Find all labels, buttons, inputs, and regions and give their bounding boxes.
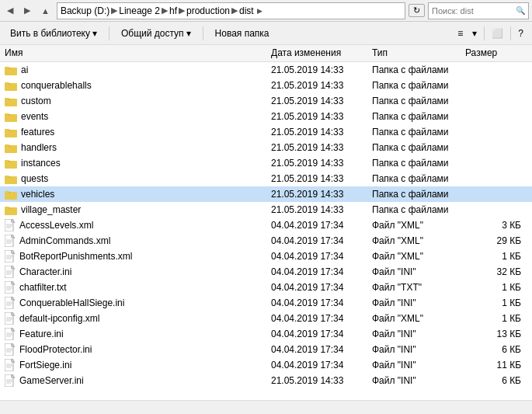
file-row[interactable]: AccessLevels.xml04.04.2019 17:34Файл "XM…: [0, 217, 532, 233]
file-size: 6 КБ: [465, 375, 527, 386]
file-date: 04.04.2019 17:34: [271, 297, 372, 308]
file-date: 21.05.2019 14:33: [271, 80, 372, 91]
folder-icon: [5, 174, 17, 184]
status-bar: [0, 400, 532, 414]
file-size: 3 КБ: [465, 220, 527, 231]
file-name-text: FloodProtector.ini: [19, 344, 92, 355]
file-row[interactable]: events21.05.2019 14:33Папка с файлами: [0, 109, 532, 124]
file-type: Папка с файлами: [372, 204, 465, 215]
file-type: Файл "XML": [372, 220, 465, 231]
file-row[interactable]: handlers21.05.2019 14:33Папка с файлами: [0, 140, 532, 155]
forward-button[interactable]: ▶: [20, 3, 34, 18]
search-box[interactable]: 🔍: [428, 2, 529, 19]
file-row[interactable]: ConquerableHallSiege.ini04.04.2019 17:34…: [0, 295, 532, 311]
file-icon: [5, 328, 16, 340]
file-size: 1 КБ: [465, 251, 527, 262]
up-button[interactable]: ▲: [37, 4, 54, 18]
file-type: Файл "INI": [372, 297, 465, 308]
file-date: 21.05.2019 14:33: [271, 158, 372, 169]
file-date: 21.05.2019 14:33: [271, 111, 372, 122]
file-name-text: conquerablehalls: [21, 80, 92, 91]
new-folder-label: Новая папка: [215, 28, 269, 39]
file-size: 6 КБ: [465, 344, 527, 355]
folder-icon: [5, 143, 17, 153]
share-button[interactable]: Общий доступ ▾: [116, 26, 196, 41]
file-date: 21.05.2019 14:33: [271, 173, 372, 184]
toolbar-separator-3: [484, 26, 485, 40]
file-row[interactable]: features21.05.2019 14:33Папка с файлами: [0, 124, 532, 140]
file-date: 21.05.2019 14:33: [271, 204, 372, 215]
file-name-text: chatfilter.txt: [19, 282, 67, 293]
view-options: ≡ ▾ ⬜ ?: [454, 26, 527, 41]
svg-rect-26: [5, 191, 9, 193]
search-icon: 🔍: [516, 6, 525, 15]
file-row[interactable]: FloodProtector.ini04.04.2019 17:34Файл "…: [0, 342, 532, 357]
file-row[interactable]: AdminCommands.xml04.04.2019 17:34Файл "X…: [0, 233, 532, 249]
file-name-text: instances: [21, 158, 61, 169]
file-row[interactable]: BotReportPunishments.xml04.04.2019 17:34…: [0, 249, 532, 264]
col-header-date[interactable]: Дата изменения: [271, 47, 372, 59]
col-header-size[interactable]: Размер: [465, 47, 527, 59]
back-button[interactable]: ◀: [3, 3, 17, 18]
svg-rect-5: [5, 82, 9, 85]
file-date: 21.05.2019 14:33: [271, 127, 372, 137]
view-details-button[interactable]: ▾: [468, 26, 481, 41]
file-size: 11 КБ: [465, 360, 527, 371]
toolbar-separator-1: [109, 26, 110, 40]
file-name-text: ai: [21, 64, 28, 75]
file-date: 21.05.2019 14:33: [271, 96, 372, 106]
folder-icon: [5, 96, 17, 106]
new-folder-button[interactable]: Новая папка: [210, 26, 275, 41]
file-date: 04.04.2019 17:34: [271, 266, 372, 277]
file-row[interactable]: custom21.05.2019 14:33Папка с файлами: [0, 93, 532, 109]
svg-rect-8: [5, 98, 9, 100]
col-header-type[interactable]: Тип: [372, 47, 465, 59]
col-header-name[interactable]: Имя: [5, 47, 271, 59]
file-row[interactable]: Feature.ini04.04.2019 17:34Файл "INI"13 …: [0, 326, 532, 342]
folder-icon: [5, 65, 17, 75]
file-name-text: handlers: [21, 142, 57, 153]
file-row[interactable]: instances21.05.2019 14:33Папка с файлами: [0, 155, 532, 171]
file-name-text: default-ipconfig.xml: [19, 313, 99, 324]
file-date: 21.05.2019 14:33: [271, 64, 372, 75]
file-icon: [5, 343, 16, 356]
view-list-button[interactable]: ≡: [454, 26, 467, 41]
refresh-button[interactable]: ↻: [409, 4, 425, 17]
file-type: Папка с файлами: [372, 96, 465, 106]
file-size: 32 КБ: [465, 266, 527, 277]
file-row[interactable]: Character.ini04.04.2019 17:34Файл "INI"3…: [0, 264, 532, 280]
file-date: 21.05.2019 14:33: [271, 142, 372, 153]
file-size: 1 КБ: [465, 313, 527, 324]
file-row[interactable]: default-ipconfig.xml04.04.2019 17:34Файл…: [0, 311, 532, 326]
file-date: 04.04.2019 17:34: [271, 282, 372, 293]
file-row[interactable]: GameServer.ini21.05.2019 14:33Файл "INI"…: [0, 373, 532, 388]
folder-icon: [5, 81, 17, 91]
file-name-text: features: [21, 127, 54, 137]
file-name-text: custom: [21, 96, 51, 106]
file-name-text: ConquerableHallSiege.ini: [19, 297, 124, 308]
breadcrumb[interactable]: Backup (D:) ▶ Lineage 2 ▶ hf ▶ productio…: [57, 2, 405, 19]
search-input[interactable]: [432, 6, 513, 16]
add-to-library-chevron: ▾: [92, 28, 97, 39]
file-type: Папка с файлами: [372, 111, 465, 122]
file-icon: [5, 281, 16, 294]
file-row[interactable]: quests21.05.2019 14:33Папка с файлами: [0, 171, 532, 186]
file-type: Файл "XML": [372, 235, 465, 246]
address-bar: ◀ ▶ ▲ Backup (D:) ▶ Lineage 2 ▶ hf ▶ pro…: [0, 0, 532, 22]
help-button[interactable]: ?: [514, 26, 527, 41]
toolbar-separator-2: [203, 26, 203, 40]
add-to-library-button[interactable]: Вить в библиотеку ▾: [5, 26, 103, 41]
file-row[interactable]: FortSiege.ini04.04.2019 17:34Файл "INI"1…: [0, 357, 532, 373]
file-size: 1 КБ: [465, 282, 527, 293]
file-size: 1 КБ: [465, 297, 527, 308]
file-row[interactable]: conquerablehalls21.05.2019 14:33Папка с …: [0, 78, 532, 93]
breadcrumb-production: production: [186, 5, 230, 16]
file-row[interactable]: village_master21.05.2019 14:33Папка с фа…: [0, 202, 532, 217]
file-date: 04.04.2019 17:34: [271, 235, 372, 246]
file-row[interactable]: vehicles21.05.2019 14:33Папка с файлами: [0, 186, 532, 202]
file-row[interactable]: chatfilter.txt04.04.2019 17:34Файл "TXT"…: [0, 280, 532, 295]
maximize-button[interactable]: ⬜: [488, 26, 507, 41]
file-row[interactable]: ai21.05.2019 14:33Папка с файлами: [0, 62, 532, 78]
file-name-text: vehicles: [21, 189, 54, 200]
file-icon: [5, 235, 16, 247]
